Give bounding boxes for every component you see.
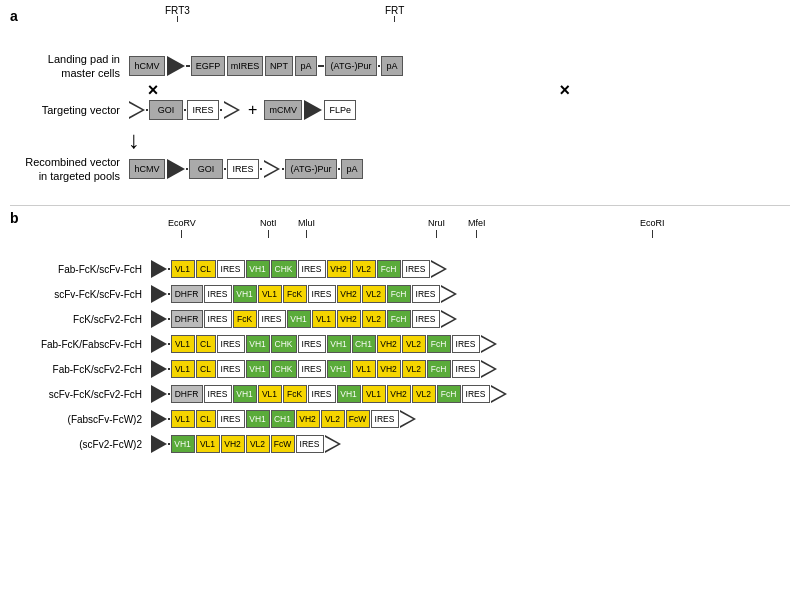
panel-b-label: b [10,210,19,226]
vh2-5: VH2 [377,360,401,378]
tri6 [151,385,167,403]
recombined-vector-label: Recombined vectorin targeted pools [10,155,128,184]
dhfr-6: DHFR [171,385,203,403]
b-row7-diagram: VL1 CL IRES VH1 CH1 VH2 VL2 FcW IRES [150,410,417,428]
ires-6c: IRES [462,385,490,403]
vl1-5: VL1 [171,360,195,378]
vl1-8: VL1 [196,435,220,453]
tri-out-1 [431,260,447,278]
b-row7-label: (FabscFv-FcW)2 [10,414,150,425]
pa1-box: pA [295,56,317,76]
vl1-4: VL1 [171,335,195,353]
ires-6a: IRES [204,385,232,403]
mcmv-box: mCMV [264,100,302,120]
vh1-5: VH1 [246,360,270,378]
tri3 [151,310,167,328]
vl2-6: VL2 [412,385,436,403]
vh1b-4: VH1 [327,335,351,353]
nrui-label: NruI [428,218,445,228]
tri2 [151,285,167,303]
b-row1-diagram: VL1 CL IRES VH1 CHK IRES VH2 VL2 FcH IRE… [150,260,448,278]
vh2-2: VH2 [337,285,361,303]
chk-5: CHK [271,360,297,378]
ires-rv-box: IRES [227,159,259,179]
ires-5a: IRES [217,360,245,378]
landing-pad-label: Landing pad inmaster cells [10,52,128,81]
pa2-box: pA [381,56,403,76]
b-row-7: (FabscFv-FcW)2 VL1 CL IRES VH1 CH1 VH2 V… [10,408,790,430]
vh1-4: VH1 [246,335,270,353]
vh1-7: VH1 [246,410,270,428]
tri-out-4 [481,335,497,353]
vl1-3: VL1 [312,310,336,328]
tri4 [151,335,167,353]
ires-2c: IRES [412,285,440,303]
vl2-7: VL2 [321,410,345,428]
divider [10,205,790,206]
mfei-label: MfeI [468,218,486,228]
hcmv-rv-box: hCMV [129,159,165,179]
b-row1-label: Fab-FcK/scFv-FcH [10,264,150,275]
vh1-1: VH1 [246,260,270,278]
vl2-3: VL2 [362,310,386,328]
noti-label: NotI [260,218,277,228]
ires-7a: IRES [217,410,245,428]
ecorv-label: EcoRV [168,218,196,228]
rv-arrow [167,159,185,179]
dhfr-2: DHFR [171,285,203,303]
fck-6: FcK [283,385,307,403]
tri-out-3 [441,310,457,328]
vl1-1: VL1 [171,260,195,278]
ires-5b: IRES [298,360,326,378]
cl-1: CL [196,260,216,278]
vl2-8: VL2 [246,435,270,453]
vh1-2: VH1 [233,285,257,303]
ires-1c: IRES [402,260,430,278]
plus-symbol: + [248,101,257,119]
vl1b-6: VL1 [362,385,386,403]
vh1-3: VH1 [287,310,311,328]
vh2-3: VH2 [337,310,361,328]
ires-3a: IRES [204,310,232,328]
ires-7b: IRES [371,410,399,428]
goi-tv-box: GOI [149,100,183,120]
ires-4a: IRES [217,335,245,353]
cross-row: × × [10,80,610,101]
landing-pad-row: Landing pad inmaster cells hCMV EGFP mIR… [10,52,404,81]
frt3-label: FRT3 [165,5,190,16]
fch-2: FcH [387,285,411,303]
vl1-2: VL1 [258,285,282,303]
b-row-6: scFv-FcK/scFv2-FcH DHFR IRES VH1 VL1 FcK… [10,383,790,405]
ires-1a: IRES [217,260,245,278]
vl2-2: VL2 [362,285,386,303]
vl1-6: VL1 [258,385,282,403]
vl2-4: VL2 [402,335,426,353]
chk-1: CHK [271,260,297,278]
fch-6: FcH [437,385,461,403]
targeting-vector-row: Targeting vector GOI IRES + mCMV FLPe [10,100,357,120]
ires-4c: IRES [452,335,480,353]
panel-a-label: a [10,8,18,24]
mlui-label: MluI [298,218,315,228]
vh1-8: VH1 [171,435,195,453]
tri-out-6 [491,385,507,403]
vh2-6: VH2 [387,385,411,403]
tri5 [151,360,167,378]
atgpur-box: (ATG-)Pur [325,56,377,76]
tri8 [151,435,167,453]
b-row-2: scFv-FcK/scFv-FcH DHFR IRES VH1 VL1 FcK … [10,283,790,305]
b-row-1: Fab-FcK/scFv-FcH VL1 CL IRES VH1 CHK IRE… [10,258,790,280]
fch-3: FcH [387,310,411,328]
vh1b-5: VH1 [327,360,351,378]
atgpur-rv-box: (ATG-)Pur [285,159,337,179]
down-arrow: ↓ [128,128,140,152]
ires-2a: IRES [204,285,232,303]
vh2-8: VH2 [221,435,245,453]
flpe-box: FLPe [324,100,356,120]
ires-4b: IRES [298,335,326,353]
fch-1: FcH [377,260,401,278]
vl2-1: VL2 [352,260,376,278]
ires-2b: IRES [308,285,336,303]
fcw-8: FcW [271,435,295,453]
b-row8-diagram: VH1 VL1 VH2 VL2 FcW IRES [150,435,342,453]
